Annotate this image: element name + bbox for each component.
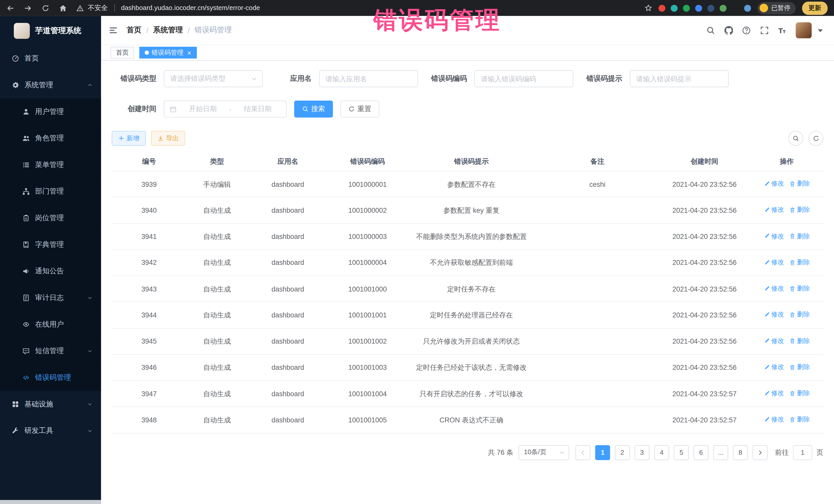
sidebar-item-dept-management[interactable]: 部门管理 — [0, 178, 101, 205]
font-size-icon[interactable] — [777, 26, 786, 35]
delete-link[interactable]: 删除 — [789, 231, 810, 241]
sidebar-item-role-management[interactable]: 角色管理 — [0, 125, 101, 152]
date-range-picker[interactable]: 开始日期 - 结束日期 — [164, 101, 287, 117]
page-button-8[interactable]: 8 — [733, 445, 748, 460]
edit-link[interactable]: 修改 — [764, 257, 784, 267]
add-button[interactable]: 新增 — [112, 131, 146, 146]
page-button-1[interactable]: 1 — [595, 445, 610, 460]
extension-icon-1[interactable] — [658, 5, 665, 12]
sidebar-item-menu-management[interactable]: 菜单管理 — [0, 152, 101, 178]
sidebar-item-dev-tools[interactable]: 研发工具 — [0, 418, 101, 444]
hamburger-icon[interactable] — [109, 25, 118, 35]
logo[interactable]: 芋道管理系统 — [0, 16, 101, 45]
pagination: 共 76 条 10条/页 123456...8 前往 页 — [112, 445, 823, 460]
edit-link[interactable]: 修改 — [764, 336, 784, 346]
extension-icon-4[interactable] — [695, 5, 702, 12]
home-icon[interactable] — [59, 4, 67, 12]
profile-emoji-icon — [760, 4, 768, 12]
tag-error-code[interactable]: 错误码管理× — [139, 47, 197, 59]
delete-link[interactable]: 删除 — [789, 336, 810, 346]
github-icon[interactable] — [724, 26, 733, 35]
delete-link[interactable]: 删除 — [789, 362, 810, 372]
goto-page-input[interactable] — [793, 445, 812, 460]
tag-home[interactable]: 首页 — [111, 47, 134, 59]
delete-link[interactable]: 删除 — [789, 179, 810, 189]
extension-icon-6[interactable] — [720, 5, 726, 12]
search-button[interactable]: 搜索 — [294, 101, 333, 117]
edit-link[interactable]: 修改 — [764, 179, 784, 189]
delete-link[interactable]: 删除 — [789, 205, 810, 215]
edit-link[interactable]: 修改 — [764, 231, 784, 241]
toggle-search-button[interactable] — [788, 131, 803, 146]
paused-badge[interactable]: 已暂停 — [758, 2, 796, 14]
back-icon[interactable] — [6, 4, 14, 12]
page-button-3[interactable]: 3 — [635, 445, 650, 460]
next-page-button[interactable] — [753, 445, 768, 460]
extension-icon-2[interactable] — [671, 5, 678, 12]
close-icon[interactable]: × — [187, 49, 192, 56]
code-icon — [22, 374, 30, 381]
error-type-select[interactable]: 请选择错误码类型 — [164, 70, 263, 87]
page-button-4[interactable]: 4 — [654, 445, 669, 460]
error-code-input[interactable] — [475, 70, 573, 87]
edit-link[interactable]: 修改 — [764, 310, 784, 320]
sidebar-item-label: 系统管理 — [24, 80, 53, 90]
sidebar-item-home[interactable]: 首页 — [0, 45, 101, 72]
edit-link[interactable]: 修改 — [764, 362, 784, 372]
delete-link[interactable]: 删除 — [789, 414, 810, 424]
edit-link[interactable]: 修改 — [764, 414, 784, 424]
sidebar-item-sms-management[interactable]: 短信管理 — [0, 338, 101, 365]
extension-icon-7[interactable] — [732, 5, 739, 12]
extension-icon-5[interactable] — [707, 5, 715, 12]
bookmark-star-icon[interactable] — [644, 4, 652, 12]
delete-link[interactable]: 删除 — [789, 257, 810, 267]
extension-icon-8[interactable] — [744, 5, 751, 12]
breadcrumb-item[interactable]: 首页 — [127, 25, 141, 35]
prev-page-button[interactable] — [576, 445, 591, 460]
page-button-5[interactable]: 5 — [674, 445, 689, 460]
sidebar-item-post-management[interactable]: 岗位管理 — [0, 205, 101, 232]
sidebar-item-notice[interactable]: 通知公告 — [0, 258, 101, 285]
breadcrumb-separator: / — [146, 26, 148, 35]
app-name-input[interactable] — [319, 70, 418, 87]
delete-link[interactable]: 删除 — [789, 284, 810, 293]
chevron-down-icon — [87, 295, 93, 301]
user-avatar[interactable] — [795, 22, 811, 38]
page-size-value: 10条/页 — [524, 448, 547, 457]
breadcrumb-item[interactable]: 系统管理 — [153, 25, 183, 35]
address-bar[interactable]: 不安全 dashboard.yudao.iocoder.cn/system/er… — [76, 3, 260, 12]
fullscreen-icon[interactable] — [760, 26, 769, 35]
sidebar-item-error-code-management[interactable]: 错误码管理 — [0, 365, 101, 391]
update-button[interactable]: 更新 — [802, 1, 828, 15]
error-code-table: 编号类型应用名错误码编码错误码提示备注创建时间操作 3939手动编辑dashbo… — [112, 152, 823, 433]
refresh-table-button[interactable] — [809, 131, 824, 146]
reload-icon[interactable] — [42, 4, 49, 12]
delete-link[interactable]: 删除 — [789, 388, 810, 398]
sidebar-item-system-management[interactable]: 系统管理 — [0, 72, 101, 98]
export-button[interactable]: 导出 — [151, 131, 185, 146]
sidebar-item-dict-management[interactable]: 字典管理 — [0, 232, 101, 258]
page-button-2[interactable]: 2 — [615, 445, 630, 460]
sidebar-item-audit-log[interactable]: 审计日志 — [0, 285, 101, 311]
delete-link[interactable]: 删除 — [789, 310, 810, 320]
page-button-6[interactable]: 6 — [694, 445, 708, 460]
help-icon[interactable] — [742, 26, 751, 35]
caret-down-icon[interactable] — [815, 26, 824, 35]
edit-link[interactable]: 修改 — [764, 388, 784, 398]
sidebar-scrollbar[interactable] — [0, 500, 101, 504]
sidebar-item-label: 短信管理 — [35, 346, 64, 356]
edit-link[interactable]: 修改 — [764, 205, 784, 215]
edit-link[interactable]: 修改 — [764, 284, 784, 293]
pagination-ellipsis[interactable]: ... — [713, 445, 728, 460]
error-message-input[interactable] — [630, 70, 729, 87]
extension-icon-3[interactable] — [683, 5, 690, 12]
search-icon[interactable] — [706, 26, 715, 35]
sidebar-item-online-users[interactable]: 在线用户 — [0, 311, 101, 338]
column-header: 应用名 — [248, 156, 328, 166]
cell-app: dashboard — [248, 363, 328, 372]
page-size-select[interactable]: 10条/页 — [519, 445, 569, 460]
sidebar-item-infrastructure[interactable]: 基础设施 — [0, 391, 101, 418]
forward-icon[interactable] — [24, 4, 32, 12]
sidebar-item-user-management[interactable]: 用户管理 — [0, 98, 101, 125]
reset-button[interactable]: 重置 — [341, 101, 379, 117]
